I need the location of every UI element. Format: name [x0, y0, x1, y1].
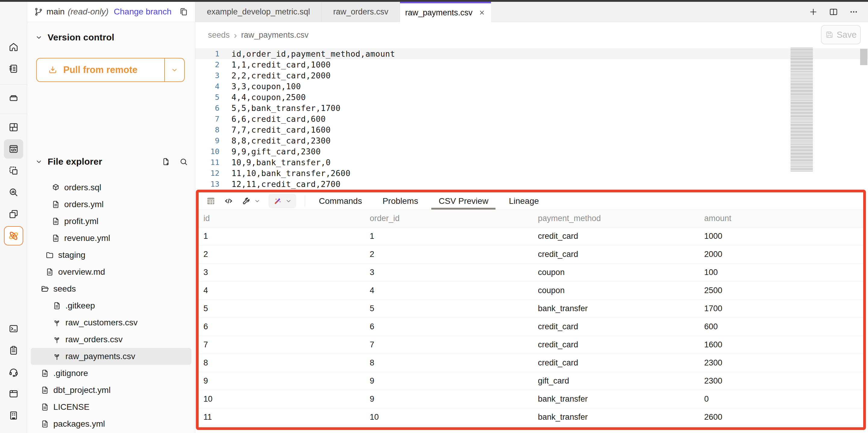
- file-item-orders.sql[interactable]: orders.sql: [31, 179, 191, 196]
- file-item-profit.yml[interactable]: profit.yml: [31, 213, 191, 230]
- panel-tab-lineage[interactable]: Lineage: [498, 192, 549, 209]
- activity-button-clipboard[interactable]: [4, 341, 23, 360]
- code-line-3[interactable]: 32,2,credit_card,2000: [195, 70, 868, 81]
- file-item-raw_customers.csv[interactable]: raw_customers.csv: [31, 314, 191, 331]
- version-control-header[interactable]: Version control: [35, 31, 188, 44]
- csv-cell: 5: [370, 304, 538, 313]
- activity-button-selection[interactable]: [4, 161, 23, 180]
- activity-button-headset[interactable]: [4, 363, 23, 382]
- line-number: 8: [195, 125, 231, 134]
- file-item-label: staging: [58, 250, 85, 260]
- editor-tab-example_develop_metric.sql[interactable]: example_develop_metric.sql: [195, 2, 322, 22]
- toolbar-button-table-grid[interactable]: [206, 196, 216, 206]
- csv-cell: bank_transfer: [538, 412, 704, 422]
- close-icon[interactable]: [478, 9, 486, 17]
- copy-icon[interactable]: [179, 7, 188, 17]
- toolbar-button-code-slash[interactable]: [224, 196, 234, 206]
- activity-button-dashboard[interactable]: [4, 118, 23, 137]
- search-icon[interactable]: [179, 157, 188, 167]
- file-doc-icon: [51, 217, 60, 226]
- code-line-5[interactable]: 54,4,coupon,2500: [195, 92, 868, 103]
- file-item-orders.yml[interactable]: orders.yml: [31, 196, 191, 213]
- chevron-down-icon[interactable]: [285, 198, 292, 204]
- code-line-12[interactable]: 1211,10,bank_transfer,2600: [195, 168, 868, 178]
- activity-button-home[interactable]: [4, 37, 23, 57]
- panel-tab-problems[interactable]: Problems: [372, 192, 428, 209]
- toolbar-button-magic-wand[interactable]: [269, 194, 296, 208]
- git-branch-icon: [34, 7, 43, 17]
- pull-from-remote-button[interactable]: Pull from remote: [36, 58, 185, 82]
- file-item-.gitkeep[interactable]: .gitkeep: [31, 297, 191, 314]
- file-item-raw_payments.csv[interactable]: raw_payments.csv: [31, 348, 191, 365]
- pull-from-remote-main[interactable]: Pull from remote: [37, 58, 164, 81]
- file-item-packages.yml[interactable]: packages.yml: [31, 415, 191, 432]
- editor-tab-raw_orders.csv[interactable]: raw_orders.csv: [322, 2, 400, 22]
- editor-tab-label: example_develop_metric.sql: [207, 7, 310, 17]
- file-item-dbt_project.yml[interactable]: dbt_project.yml: [31, 382, 191, 399]
- split-view-icon[interactable]: [829, 7, 838, 17]
- csv-cell: 1700: [704, 304, 863, 313]
- code-line-1[interactable]: 1id,order_id,payment_method,amount: [195, 48, 868, 59]
- activity-button-windows[interactable]: [4, 204, 23, 224]
- csv-cell: coupon: [538, 268, 704, 277]
- chevron-down-icon[interactable]: [254, 198, 261, 204]
- selection-icon: [8, 165, 19, 176]
- code-line-13[interactable]: 1312,11,credit_card,2700: [195, 178, 868, 190]
- window-top-strip: [0, 0, 868, 2]
- branch-bar: main (read-only) Change branch: [27, 2, 195, 22]
- code-line-8[interactable]: 87,7,credit_card,1600: [195, 124, 868, 135]
- file-explorer-title: File explorer: [48, 156, 102, 167]
- chevron-down-icon[interactable]: [35, 33, 43, 41]
- editor-minimap[interactable]: [790, 48, 813, 172]
- code-line-4[interactable]: 43,3,coupon,100: [195, 81, 868, 92]
- save-button[interactable]: Save: [821, 25, 861, 44]
- toolbar-button-wrench[interactable]: [241, 196, 261, 206]
- activity-button-query-search[interactable]: [4, 183, 23, 202]
- file-item-raw_orders.csv[interactable]: raw_orders.csv: [31, 331, 191, 348]
- editor-scrollbar[interactable]: [860, 48, 867, 190]
- pull-options-dropdown[interactable]: [165, 58, 184, 81]
- browser-window-icon: [8, 388, 19, 399]
- code-line-10[interactable]: 109,9,gift_card,2300: [195, 146, 868, 157]
- activity-button-building[interactable]: [4, 406, 23, 425]
- editor-region: example_develop_metric.sqlraw_orders.csv…: [195, 2, 868, 433]
- activity-button-stack[interactable]: [4, 88, 23, 108]
- editor-scrollbar-thumb[interactable]: [860, 49, 867, 65]
- activity-button-code-editor[interactable]: [4, 139, 23, 158]
- file-tree: orders.sqlorders.ymlprofit.ymlrevenue.ym…: [31, 179, 191, 432]
- activity-button-browser-window[interactable]: [4, 384, 23, 403]
- editor-tab-raw_payments.csv[interactable]: raw_payments.csv: [400, 2, 491, 22]
- headset-icon: [8, 367, 19, 377]
- new-tab-icon[interactable]: [809, 7, 818, 17]
- activity-button-notebook[interactable]: [4, 59, 23, 78]
- new-file-icon[interactable]: [161, 157, 170, 167]
- file-item-revenue.yml[interactable]: revenue.yml: [31, 230, 191, 247]
- csv-cell: credit_card: [538, 358, 704, 368]
- line-content: 7,7,credit_card,1600: [231, 125, 331, 135]
- code-editor[interactable]: 1id,order_id,payment_method,amount21,1,c…: [195, 48, 868, 191]
- line-number: 3: [195, 71, 231, 80]
- more-options-icon[interactable]: [849, 7, 858, 17]
- panel-tab-commands[interactable]: Commands: [309, 192, 372, 209]
- chevron-down-icon[interactable]: [35, 158, 43, 166]
- file-item-LICENSE[interactable]: LICENSE: [31, 399, 191, 415]
- code-line-9[interactable]: 98,8,credit_card,2300: [195, 135, 868, 146]
- activity-button-terminal[interactable]: [4, 319, 23, 338]
- activity-button-dbt-copilot[interactable]: [4, 226, 23, 246]
- file-item-staging[interactable]: staging: [31, 247, 191, 263]
- panel-tab-csv-preview[interactable]: CSV Preview: [428, 192, 498, 209]
- code-line-11[interactable]: 1110,9,bank_transfer,0: [195, 157, 868, 168]
- file-item-overview.md[interactable]: overview.md: [31, 263, 191, 281]
- code-line-6[interactable]: 65,5,bank_transfer,1700: [195, 103, 868, 113]
- line-content: 8,8,credit_card,2300: [231, 136, 331, 145]
- file-explorer-header[interactable]: File explorer: [35, 155, 188, 168]
- editor-tab-label: raw_payments.csv: [405, 8, 472, 18]
- file-item-.gitignore[interactable]: .gitignore: [31, 365, 191, 382]
- line-content: 3,3,coupon,100: [231, 82, 301, 91]
- line-content: 1,1,credit_card,1000: [231, 60, 331, 69]
- terminal-icon: [8, 323, 19, 334]
- code-line-7[interactable]: 76,6,credit_card,600: [195, 113, 868, 124]
- code-line-2[interactable]: 21,1,credit_card,1000: [195, 59, 868, 70]
- change-branch-link[interactable]: Change branch: [114, 7, 172, 17]
- file-item-seeds[interactable]: seeds: [31, 281, 191, 297]
